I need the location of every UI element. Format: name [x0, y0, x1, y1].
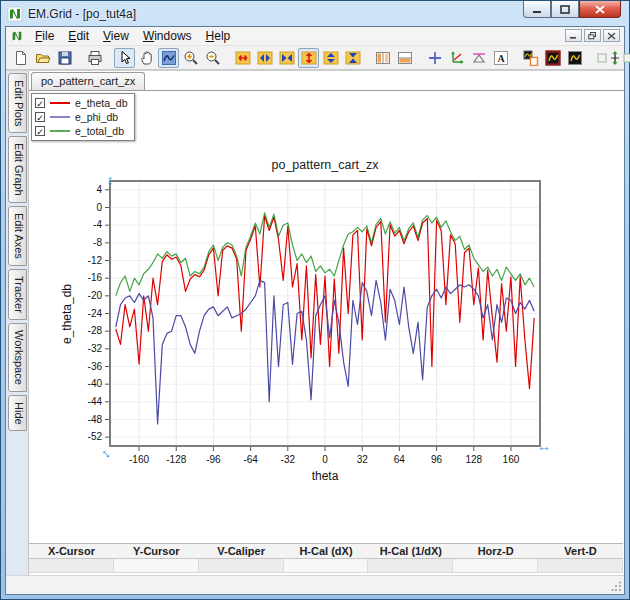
svg-text:0: 0	[96, 202, 102, 213]
svg-text:-160: -160	[129, 454, 149, 465]
legend-swatch-e-theta	[50, 102, 70, 104]
close-button[interactable]	[579, 1, 621, 18]
side-tab-workspace[interactable]: Workspace	[8, 323, 27, 392]
plot-window-button[interactable]	[564, 48, 585, 68]
axes-button[interactable]	[446, 48, 467, 68]
pan-button[interactable]	[136, 48, 157, 68]
save-button[interactable]	[54, 48, 75, 68]
expand-x-button[interactable]	[232, 48, 253, 68]
svg-text:160: 160	[503, 454, 520, 465]
text-annotation-button[interactable]: A	[490, 48, 511, 68]
legend-label-e-total: e_total_db	[75, 125, 124, 137]
col-y-cursor: Y-Cursor	[114, 544, 199, 558]
svg-text:32: 32	[357, 454, 369, 465]
col-h-cal-dx: H-Cal (dX)	[284, 544, 369, 558]
select-cursor-button[interactable]	[114, 48, 135, 68]
crosshair-button[interactable]	[424, 48, 445, 68]
plot-window-active-button[interactable]	[542, 48, 563, 68]
side-tab-edit-axes[interactable]: Edit Axes	[8, 206, 27, 266]
grow-x-blue-icon	[257, 50, 273, 66]
status-bar	[6, 575, 624, 594]
caliper-button[interactable]	[468, 48, 489, 68]
screen: EM.Grid - [po_tut4a] File Edit View Wind…	[0, 0, 630, 600]
svg-text:-16: -16	[88, 272, 103, 283]
legend-checkbox-e-total[interactable]: ✓	[35, 126, 45, 136]
mdi-close-button[interactable]	[603, 29, 620, 42]
legend-row: ✓ e_total_db	[35, 124, 128, 138]
svg-text:-32: -32	[281, 454, 296, 465]
cursor-readout-table: X-Cursor Y-Cursor V-Caliper H-Cal (dX) H…	[29, 543, 623, 573]
chart-container: po_pattern_cart_zx -160-128-96-64-320326…	[57, 154, 577, 503]
axes-icon	[449, 50, 465, 66]
overlay-plot-button[interactable]	[520, 48, 541, 68]
window-title: EM.Grid - [po_tut4a]	[28, 7, 136, 21]
mdi-minimize-icon	[569, 32, 578, 40]
menu-windows[interactable]: Windows	[136, 28, 199, 44]
save-floppy-icon	[57, 50, 73, 66]
col-x-cursor: X-Cursor	[29, 544, 114, 558]
mdi-minimize-button[interactable]	[565, 29, 582, 42]
autoscale-y-button[interactable]	[594, 48, 630, 68]
resize-grip[interactable]	[611, 581, 623, 593]
split-horizontal-button[interactable]	[394, 48, 415, 68]
mdi-close-icon	[607, 32, 616, 40]
expand-y-red-icon	[301, 50, 317, 66]
legend-checkbox-e-phi[interactable]: ✓	[35, 112, 45, 122]
y-axis-top-handle[interactable]: ↕	[107, 172, 114, 188]
x-axis-right-handle[interactable]: ↔	[537, 438, 551, 454]
menu-help[interactable]: Help	[199, 28, 238, 44]
fit-data-button[interactable]	[158, 48, 179, 68]
zoom-out-icon	[205, 50, 221, 66]
print-icon	[87, 50, 103, 66]
menu-file[interactable]: File	[28, 28, 61, 44]
shrink-x-button[interactable]	[276, 48, 297, 68]
overlay-plot-icon	[523, 50, 539, 66]
cell-y-cursor	[114, 559, 199, 572]
svg-text:-96: -96	[206, 454, 221, 465]
grow-y-button[interactable]	[320, 48, 341, 68]
mdi-restore-button[interactable]	[584, 29, 601, 42]
svg-text:-128: -128	[166, 454, 186, 465]
menu-view[interactable]: View	[96, 28, 136, 44]
zoom-in-button[interactable]	[180, 48, 201, 68]
grow-x-button[interactable]	[254, 48, 275, 68]
open-button[interactable]	[32, 48, 53, 68]
x-axis-title: theta	[312, 469, 339, 483]
svg-text:-52: -52	[88, 431, 103, 442]
shrink-y-button[interactable]	[342, 48, 363, 68]
svg-text:A: A	[497, 52, 505, 63]
shrink-y-blue-icon	[345, 50, 361, 66]
minimize-icon	[532, 5, 542, 14]
zoom-out-button[interactable]	[202, 48, 223, 68]
minimize-button[interactable]	[523, 1, 551, 18]
cursor-table-header: X-Cursor Y-Cursor V-Caliper H-Cal (dX) H…	[29, 543, 623, 559]
side-tab-tracker[interactable]: Tracker	[8, 269, 27, 320]
col-horz-d: Horz-D	[453, 544, 538, 558]
split-vertical-button[interactable]	[372, 48, 393, 68]
cursor-arrow-icon	[117, 50, 133, 66]
autoscale-y-icon	[597, 50, 630, 66]
side-tab-edit-graph[interactable]: Edit Graph	[8, 136, 27, 203]
svg-text:96: 96	[431, 454, 443, 465]
shrink-x-blue-icon	[279, 50, 295, 66]
print-button[interactable]	[84, 48, 105, 68]
expand-y-button[interactable]	[298, 48, 319, 68]
axis-corner-handle[interactable]: ↕	[97, 445, 113, 461]
svg-text:-32: -32	[88, 343, 103, 354]
menu-edit[interactable]: Edit	[61, 28, 96, 44]
svg-text:0: 0	[322, 454, 328, 465]
cell-h-cal-1dx	[368, 559, 453, 572]
legend-checkbox-e-theta[interactable]: ✓	[35, 98, 45, 108]
document-tab[interactable]: po_pattern_cart_zx	[31, 72, 145, 90]
side-tab-hide[interactable]: Hide	[8, 395, 27, 432]
side-tab-edit-plots[interactable]: Edit Plots	[8, 73, 27, 133]
title-bar[interactable]: EM.Grid - [po_tut4a]	[1, 1, 629, 26]
chart-canvas[interactable]: po_pattern_cart_zx -160-128-96-64-320326…	[57, 154, 577, 499]
expand-x-red-icon	[235, 50, 251, 66]
svg-text:128: 128	[465, 454, 482, 465]
new-button[interactable]	[10, 48, 31, 68]
maximize-button[interactable]	[551, 1, 579, 18]
document-logo-icon	[10, 29, 24, 43]
grow-y-blue-icon	[323, 50, 339, 66]
new-document-icon	[13, 50, 29, 66]
